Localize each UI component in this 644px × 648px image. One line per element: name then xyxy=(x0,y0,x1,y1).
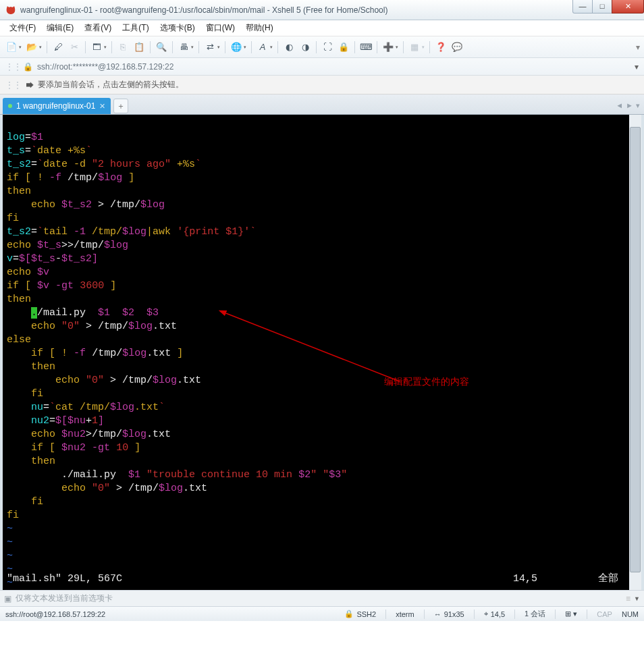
help-icon[interactable]: ❓ xyxy=(433,40,448,55)
menu-tools[interactable]: 工具(T) xyxy=(117,21,154,35)
print-icon[interactable]: 🖶 xyxy=(176,40,191,55)
vim-status-pos: 14,5 xyxy=(513,572,537,586)
tab-bar: 1 wangruifenglinux-01 ✕ ＋ ◄ ► ▾ xyxy=(0,94,644,115)
size-icon: ↔ xyxy=(434,610,441,618)
lock-tiny-icon: 🔒 xyxy=(344,610,354,618)
svg-line-0 xyxy=(224,313,400,381)
menu-edit[interactable]: 编辑(E) xyxy=(41,21,79,35)
menu-view[interactable]: 查看(V) xyxy=(79,21,117,35)
vim-status-right: 全部 xyxy=(598,572,618,586)
status-size: ↔91x35 xyxy=(434,610,464,618)
compose-placeholder: 仅将文本发送到当前选项卡 xyxy=(16,593,113,604)
menu-bar: 文件(F) 编辑(E) 查看(V) 工具(T) 选项卡(B) 窗口(W) 帮助(… xyxy=(0,20,644,36)
keyboard-icon[interactable]: ⌨ xyxy=(358,40,373,55)
tab-prev-icon[interactable]: ◄ xyxy=(616,101,623,110)
tab-close-icon[interactable]: ✕ xyxy=(99,102,105,111)
send-scope-icon[interactable]: ▣ xyxy=(4,594,11,603)
copy-icon[interactable]: ⎘ xyxy=(115,40,130,55)
scrollbar-thumb[interactable] xyxy=(630,127,641,572)
menu-file[interactable]: 文件(F) xyxy=(4,21,41,35)
find-icon[interactable]: 🔍 xyxy=(154,40,169,55)
fullscreen-icon[interactable]: ⛶ xyxy=(320,40,335,55)
maximize-button[interactable]: □ xyxy=(592,0,612,14)
address-text: ssh://root:********@192.168.57.129:22 xyxy=(37,62,639,72)
disconnect-icon[interactable]: ✂ xyxy=(67,40,82,55)
menu-window[interactable]: 窗口(W) xyxy=(200,21,240,35)
compose-bar[interactable]: ▣ 仅将文本发送到当前选项卡 ≡ ▼ xyxy=(0,590,644,606)
tab-add-button[interactable]: ＋ xyxy=(113,99,128,113)
lock-icon[interactable]: 🔒 xyxy=(336,40,351,55)
annotation-text: 编辑配置文件的内容 xyxy=(384,375,469,389)
reconnect-icon[interactable]: 🖊 xyxy=(51,40,65,55)
toolbar: 📄▾ 📂▾ 🖊 ✂ 🗔▾ ⎘ 📋 🔍 🖶▾ ⇄▾ 🌐▾ A▾ ◐ ◑ ⛶ 🔒 ⌨… xyxy=(0,36,644,58)
address-dropdown-icon[interactable]: ▾ xyxy=(635,62,639,72)
cursor-icon: ⌖ xyxy=(484,610,488,618)
address-bar[interactable]: ⋮⋮ 🔒 ssh://root:********@192.168.57.129:… xyxy=(0,58,644,76)
status-bar: ssh://root@192.168.57.129:22 🔒SSH2 xterm… xyxy=(0,606,644,621)
tab-label: 1 wangruifenglinux-01 xyxy=(16,101,95,111)
bubble-icon[interactable]: 💬 xyxy=(450,40,464,55)
vim-status-file: "mail.sh" 29L, 567C xyxy=(7,572,122,586)
status-cap: CAP xyxy=(597,610,612,618)
window-title: wangruifenglinux-01 - root@wangruifeng-0… xyxy=(20,5,573,15)
info-bar: ⋮⋮ 🡆 要添加当前会话，点击左侧的箭头按钮。 xyxy=(0,76,644,94)
transfer-icon[interactable]: ⇄ xyxy=(203,40,217,55)
info-text: 要添加当前会话，点击左侧的箭头按钮。 xyxy=(38,79,184,90)
tab-next-icon[interactable]: ► xyxy=(626,101,633,110)
terminal-scrollbar[interactable] xyxy=(629,115,641,590)
tab-menu-icon[interactable]: ▾ xyxy=(636,101,640,110)
font-icon[interactable]: A xyxy=(255,40,270,55)
resize-handle-icon[interactable]: ≡ xyxy=(626,594,630,603)
close-button[interactable]: ✕ xyxy=(612,0,644,14)
bookmark-arrow-icon[interactable]: 🡆 xyxy=(26,80,34,90)
status-term: xterm xyxy=(396,610,414,618)
window-titlebar: wangruifenglinux-01 - root@wangruifeng-0… xyxy=(0,0,644,20)
menu-tab[interactable]: 选项卡(B) xyxy=(155,21,200,35)
status-num: NUM xyxy=(622,610,639,618)
compose-dropdown-icon[interactable]: ▼ xyxy=(634,595,640,602)
app-icon xyxy=(5,5,16,16)
status-tile-icon[interactable]: ⊞ ▾ xyxy=(565,610,577,618)
tab-active[interactable]: 1 wangruifenglinux-01 ✕ xyxy=(3,98,111,114)
tile-icon[interactable]: ▦ xyxy=(407,40,422,55)
add-icon[interactable]: ➕ xyxy=(381,40,396,55)
annotation-arrow-icon xyxy=(219,307,408,395)
toolbar-overflow-icon[interactable]: ▾ xyxy=(636,43,640,52)
paste-icon[interactable]: 📋 xyxy=(132,40,146,55)
status-proto: 🔒SSH2 xyxy=(344,610,376,618)
status-cursor: ⌖14,5 xyxy=(484,610,505,618)
properties-icon[interactable]: 🗔 xyxy=(89,40,104,55)
globe-icon[interactable]: 🌐 xyxy=(229,40,244,55)
grip-icon: ⋮⋮ xyxy=(5,62,22,72)
open-folder-icon[interactable]: 📂 xyxy=(24,40,39,55)
status-connection: ssh://root@192.168.57.129:22 xyxy=(5,610,105,618)
grip-icon: ⋮⋮ xyxy=(5,80,22,90)
color-icon[interactable]: ◐ xyxy=(281,40,296,55)
menu-help[interactable]: 帮助(H) xyxy=(240,21,279,35)
status-sessions: 1 会话 xyxy=(525,609,545,619)
new-session-icon[interactable]: 📄 xyxy=(4,40,19,55)
lock-small-icon: 🔒 xyxy=(23,62,33,72)
minimize-button[interactable]: — xyxy=(572,0,593,14)
window-controls: — □ ✕ xyxy=(573,0,644,14)
status-dot-icon xyxy=(8,104,12,108)
terminal-viewport[interactable]: log=$1 t_s=`date +%s` t_s2=`date -d "2 h… xyxy=(0,115,644,590)
theme-icon[interactable]: ◑ xyxy=(298,40,313,55)
